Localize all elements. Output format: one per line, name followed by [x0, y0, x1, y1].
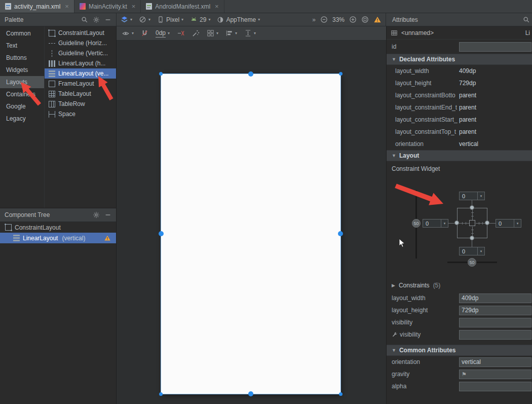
tree-item-constraintlayout[interactable]: ConstraintLayout	[0, 222, 116, 233]
infer-constraints-wand-icon[interactable]	[192, 29, 200, 37]
component-tree-panel: Component Tree ConstraintLayout LinearLa…	[0, 208, 117, 404]
resize-handle-middle-right[interactable]	[338, 231, 343, 236]
resize-handle-middle-left[interactable]	[159, 231, 164, 236]
resize-handle-bottom-right[interactable]	[339, 392, 343, 396]
id-row: id	[387, 40, 532, 54]
chevron-down-icon[interactable]: ▾	[477, 192, 484, 200]
resize-handle-top-center[interactable]	[248, 71, 253, 77]
distribute-icon	[244, 29, 252, 37]
device-selector[interactable]: Pixel ▾	[157, 16, 183, 23]
design-canvas-linearlayout[interactable]	[161, 74, 340, 394]
attr-row[interactable]: layout_width409dp	[387, 65, 532, 77]
default-margins-selector[interactable]: 0dp ▾	[156, 29, 170, 38]
constraint-anchor-left[interactable]	[454, 221, 459, 225]
close-icon[interactable]: ×	[65, 3, 69, 10]
zoom-to-fit-icon[interactable]	[361, 16, 369, 23]
chevron-down-icon[interactable]: ▾	[477, 247, 484, 255]
align-selector[interactable]: ▾	[225, 29, 237, 37]
design-surface-selector[interactable]: ▾	[121, 16, 132, 23]
attr-row[interactable]: orientationvertical	[387, 138, 532, 150]
search-icon[interactable]	[81, 16, 88, 23]
warning-icon[interactable]	[373, 16, 382, 23]
layout-height-input[interactable]	[459, 306, 531, 315]
design-surface[interactable]	[117, 41, 386, 404]
layout-width-input[interactable]	[459, 293, 531, 303]
margin-bottom-combo[interactable]: 0▾	[459, 247, 485, 255]
search-icon[interactable]	[523, 16, 530, 23]
palette-item-constraintlayout[interactable]: ConstraintLayout	[45, 28, 116, 38]
constraint-anchor-right[interactable]	[485, 221, 489, 225]
design-surface-toolbar: ▾ 0dp ▾ ▾ ▾ ▾	[117, 26, 386, 41]
section-declared-attributes[interactable]: ▼ Declared Attributes	[387, 54, 532, 65]
palette-category-google[interactable]: Google	[0, 100, 44, 113]
close-icon[interactable]: ×	[132, 3, 136, 10]
vertical-bias-badge[interactable]: 50	[412, 219, 421, 228]
constraint-anchor-bottom[interactable]	[470, 236, 474, 240]
clear-constraints-icon[interactable]	[177, 29, 185, 37]
zoom-in-icon[interactable]	[349, 16, 357, 23]
palette-category-widgets[interactable]: Widgets	[0, 64, 44, 76]
visibility-input[interactable]	[459, 318, 531, 327]
palette-item-guideline-vertical[interactable]: Guideline (Vertic...	[45, 48, 116, 58]
attr-row[interactable]: layout_height729dp	[387, 77, 532, 89]
margin-top-combo[interactable]: 0▾	[459, 192, 485, 200]
attr-row[interactable]: layout_constraintTop_tparent	[387, 126, 532, 138]
palette-item-space[interactable]: Space	[45, 109, 116, 119]
constraints-section-toggle[interactable]: ▶ Constraints (5)	[387, 279, 532, 292]
palette-item-guideline-horizontal[interactable]: Guideline (Horiz...	[45, 38, 116, 48]
pack-selector[interactable]: ▾	[207, 29, 218, 37]
tab-activity-main-xml[interactable]: activity_main.xml ×	[0, 0, 74, 13]
tab-androidmanifest-xml[interactable]: AndroidManifest.xml ×	[141, 0, 224, 13]
expand-distribute-selector[interactable]: ▾	[244, 29, 256, 37]
attr-row[interactable]: layout_constraintBottoparent	[387, 89, 532, 101]
palette-item-framelayout[interactable]: FrameLayout	[45, 79, 116, 89]
palette-category-buttons[interactable]: Buttons	[0, 52, 44, 64]
palette-category-text[interactable]: Text	[0, 40, 44, 52]
tab-mainactivity-kt[interactable]: MainActivity.kt ×	[74, 0, 141, 13]
zoom-out-icon[interactable]	[320, 16, 328, 23]
attr-row[interactable]: layout_constraintStart_parent	[387, 114, 532, 126]
hide-panel-icon[interactable]	[104, 16, 111, 23]
palette-item-tablelayout[interactable]: TableLayout	[45, 89, 116, 99]
orientation-selector[interactable]: ▾	[139, 16, 150, 23]
tools-visibility-input[interactable]	[459, 330, 531, 340]
palette-item-linearlayout-horizontal[interactable]: LinearLayout (h...	[45, 58, 116, 68]
space-icon	[49, 111, 55, 118]
gear-icon[interactable]	[93, 211, 100, 218]
gravity-input[interactable]: ⚑	[459, 370, 531, 379]
alpha-input[interactable]	[459, 382, 531, 391]
flag-icon[interactable]: ⚑	[462, 371, 467, 378]
resize-handle-top-left[interactable]	[159, 72, 163, 76]
palette-category-legacy[interactable]: Legacy	[0, 113, 44, 125]
hide-panel-icon[interactable]	[104, 211, 111, 218]
theme-selector[interactable]: AppTheme ▾	[217, 16, 260, 23]
palette-category-layouts[interactable]: Layouts	[0, 76, 44, 88]
orientation-input[interactable]	[459, 357, 531, 367]
horizontal-bias-badge[interactable]: 50	[468, 258, 476, 267]
id-input[interactable]	[459, 42, 531, 52]
margin-left-combo[interactable]: 0▾	[423, 219, 448, 228]
close-icon[interactable]: ×	[215, 3, 219, 10]
view-options[interactable]: ▾	[122, 30, 134, 37]
tree-item-linearlayout-vertical[interactable]: LinearLayout (vertical)	[0, 233, 116, 243]
chevron-down-icon[interactable]: ▾	[441, 219, 448, 227]
toolbar-overflow-chevrons[interactable]: »	[312, 16, 316, 23]
palette-category-containers[interactable]: Containers	[0, 88, 44, 100]
resize-handle-bottom-left[interactable]	[159, 392, 163, 396]
api-selector[interactable]: 29 ▾	[190, 16, 210, 23]
section-layout[interactable]: ▼ Layout	[387, 150, 532, 161]
constraint-anchor-top[interactable]	[470, 205, 474, 210]
warning-icon[interactable]	[104, 235, 111, 241]
autoconnect-off-magnet-icon[interactable]	[141, 29, 148, 37]
section-common-attributes[interactable]: ▼ Common Attributes	[387, 345, 532, 356]
palette-item-tablerow[interactable]: TableRow	[45, 99, 116, 109]
margin-right-combo[interactable]: 0▾	[496, 219, 521, 228]
gear-icon[interactable]	[93, 16, 100, 23]
chevron-down-icon[interactable]: ▾	[514, 219, 521, 227]
palette-category-common[interactable]: Common	[0, 27, 44, 40]
attr-row[interactable]: layout_constraintEnd_tparent	[387, 101, 532, 114]
resize-handle-bottom-center[interactable]	[248, 391, 253, 396]
resize-handle-top-right[interactable]	[339, 72, 343, 76]
palette-item-linearlayout-vertical[interactable]: LinearLayout (ve...	[45, 68, 116, 79]
palette-title: Palette	[5, 16, 23, 23]
